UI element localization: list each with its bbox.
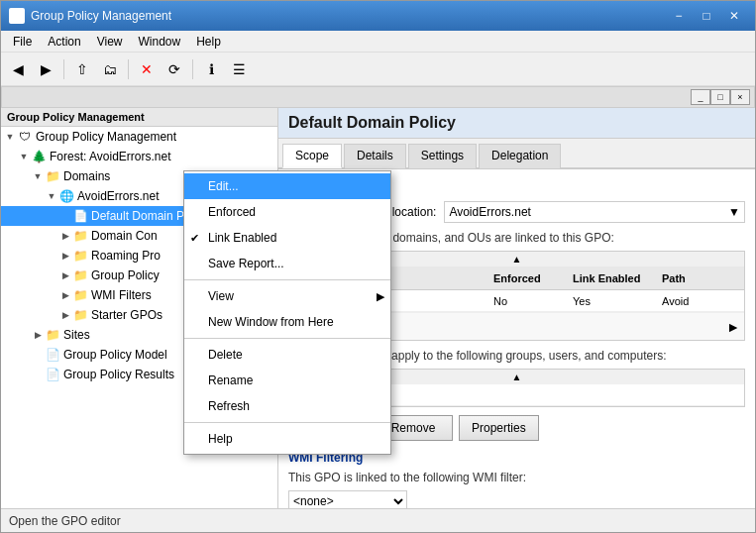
info-button[interactable]: ℹ	[198, 56, 224, 82]
wmi-info-text: This GPO is linked to the following WMI …	[288, 471, 745, 484]
ctx-label-edit: Edit...	[208, 179, 239, 193]
refresh-button[interactable]: ⟳	[162, 56, 187, 82]
properties-button[interactable]: Properties	[459, 415, 539, 441]
up-button[interactable]: ⇧	[69, 56, 95, 82]
mdi-close[interactable]: ×	[730, 89, 750, 105]
ctx-label-link-enabled: Link Enabled	[208, 231, 276, 245]
col-header-enforced: Enforced	[487, 272, 567, 284]
expand-sites-icon: ▶	[31, 328, 45, 342]
mdi-strip: _ □ ×	[1, 86, 755, 108]
col-header-enabled: Link Enabled	[567, 272, 656, 284]
folder-button[interactable]: 🗂	[97, 56, 123, 82]
toolbar: ◀ ▶ ⇧ 🗂 ✕ ⟳ ℹ ☰	[1, 53, 755, 86]
tab-delegation[interactable]: Delegation	[479, 144, 561, 168]
ctx-item-refresh[interactable]: Refresh	[184, 393, 390, 419]
wmi-filter-row: <none>	[288, 490, 745, 508]
tree-label-roaming: Roaming Pro	[91, 249, 161, 263]
ctx-item-enforced[interactable]: Enforced	[184, 199, 390, 225]
mdi-minimize[interactable]: _	[691, 89, 710, 105]
menu-file[interactable]: File	[5, 33, 40, 51]
list-button[interactable]: ☰	[226, 56, 252, 82]
ctx-label-help: Help	[208, 432, 233, 446]
minimize-button[interactable]: −	[666, 6, 692, 26]
ctx-item-save-report[interactable]: Save Report...	[184, 251, 390, 276]
mdi-restore[interactable]: □	[710, 89, 730, 105]
ctx-label-new-window: New Window from Here	[208, 315, 334, 329]
menu-bar: File Action View Window Help	[1, 31, 755, 53]
menu-help[interactable]: Help	[188, 33, 229, 51]
tree-label-starter: Starter GPOs	[91, 308, 162, 322]
delete-button[interactable]: ✕	[134, 56, 160, 82]
close-button[interactable]: ✕	[721, 6, 747, 26]
forward-button[interactable]: ▶	[33, 56, 58, 82]
ctx-label-refresh: Refresh	[208, 399, 250, 413]
gpm-icon: 📄	[45, 347, 60, 363]
ctx-label-rename: Rename	[208, 373, 253, 387]
expand-roam-icon: ▶	[58, 249, 72, 263]
ctx-item-link-enabled[interactable]: ✔ Link Enabled	[184, 225, 390, 251]
expand-gp-icon: ▶	[58, 268, 72, 282]
app-icon: 🛡	[9, 8, 25, 24]
table-scroll-right-icon[interactable]: ►	[726, 319, 740, 335]
ctx-separator-1	[184, 279, 390, 280]
ctx-label-save-report: Save Report...	[208, 257, 284, 270]
wmi-filter-dropdown[interactable]: <none>	[288, 490, 407, 508]
menu-window[interactable]: Window	[131, 33, 189, 51]
tree-label-root: Group Policy Management	[36, 130, 176, 144]
menu-view[interactable]: View	[89, 33, 131, 51]
ctx-label-enforced: Enforced	[208, 205, 256, 219]
ctx-separator-2	[184, 338, 390, 339]
tab-details[interactable]: Details	[344, 144, 406, 168]
toolbar-separator-2	[128, 59, 129, 79]
ctx-item-view[interactable]: View ▶	[184, 283, 390, 309]
expand-icon: ▼	[3, 130, 17, 144]
ctx-item-help[interactable]: Help	[184, 426, 390, 452]
tree-label-gp: Group Policy	[91, 268, 160, 282]
tree-label-avoidnet: AvoidErrors.net	[77, 189, 159, 203]
ctx-item-delete[interactable]: Delete	[184, 342, 390, 368]
toolbar-separator-1	[63, 59, 64, 79]
tree-label-gpr: Group Policy Results	[63, 368, 174, 381]
expand-avoidnet-icon: ▼	[45, 189, 58, 203]
tree-label-domain-con: Domain Con	[91, 229, 158, 243]
check-icon: ✔	[190, 232, 199, 245]
cell-enabled: Yes	[567, 295, 656, 307]
cell-path: Avoid	[656, 295, 735, 307]
tree-label-sites: Sites	[63, 328, 90, 342]
expand-gpm-icon	[31, 348, 45, 362]
menu-action[interactable]: Action	[40, 33, 88, 51]
status-text: Open the GPO editor	[9, 514, 121, 528]
expand-ddp-icon	[58, 209, 72, 223]
gp-icon: 📁	[72, 267, 88, 283]
sites-icon: 📁	[45, 327, 60, 343]
window-controls: − □ ✕	[666, 6, 747, 26]
tree-label-forest: Forest: AvoidErrors.net	[50, 150, 171, 163]
main-window: 🛡 Group Policy Management − □ ✕ File Act…	[0, 0, 756, 533]
ctx-item-edit[interactable]: Edit...	[184, 173, 390, 199]
cell-enforced: No	[487, 295, 567, 307]
ctx-item-new-window[interactable]: New Window from Here	[184, 309, 390, 335]
links-dropdown[interactable]: AvoidErrors.net ▼	[444, 201, 745, 223]
gpr-icon: 📄	[45, 367, 60, 382]
ctx-item-rename[interactable]: Rename	[184, 368, 390, 393]
back-button[interactable]: ◀	[5, 56, 31, 82]
tab-settings[interactable]: Settings	[408, 144, 477, 168]
arrow-icon: ▶	[377, 290, 384, 303]
tree-label-domains: Domains	[63, 169, 110, 183]
tab-scope[interactable]: Scope	[282, 144, 342, 168]
maximize-button[interactable]: □	[694, 6, 719, 26]
tree-item-root[interactable]: ▼ 🛡 Group Policy Management	[1, 127, 277, 147]
starter-icon: 📁	[72, 307, 88, 323]
window-title: Group Policy Management	[31, 9, 666, 23]
col-header-path: Path	[656, 272, 735, 284]
roam-icon: 📁	[72, 248, 88, 264]
tree-item-forest[interactable]: ▼ 🌲 Forest: AvoidErrors.net	[1, 147, 277, 166]
expand-gpr-icon	[31, 368, 45, 381]
links-dropdown-value: AvoidErrors.net	[449, 205, 530, 219]
wmi-icon: 📁	[72, 287, 88, 303]
ctx-separator-3	[184, 422, 390, 423]
expand-dc-icon: ▶	[58, 229, 72, 243]
domains-icon: 📁	[45, 168, 60, 184]
expand-starter-icon: ▶	[58, 308, 72, 322]
status-bar: Open the GPO editor	[1, 508, 755, 532]
